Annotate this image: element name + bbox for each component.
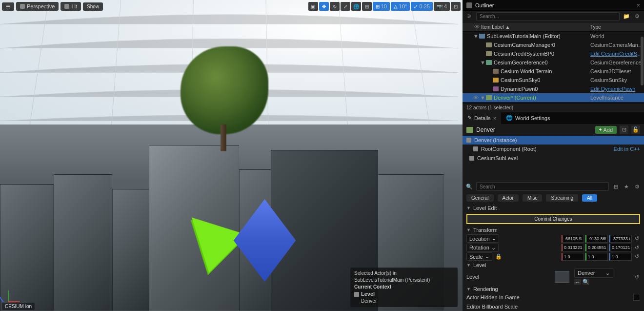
expand-toggle[interactable]: ▼: [480, 60, 486, 65]
tab-world-label: World Settings: [515, 115, 550, 121]
outliner-row[interactable]: Cesium World TerrainCesium3DTileset: [463, 67, 644, 76]
tab-details[interactable]: ✎Details×: [463, 112, 501, 124]
camera-speed-button[interactable]: 📷4: [434, 2, 450, 11]
surface-snap-button[interactable]: ⊞: [362, 2, 372, 11]
scale-tool[interactable]: ⤢: [341, 2, 350, 11]
component-cesium-row[interactable]: CesiumSubLevel: [463, 154, 644, 163]
filter-streaming[interactable]: Streaming: [546, 194, 578, 202]
tree: [181, 46, 268, 154]
tab-world-settings[interactable]: 🌐World Settings: [501, 112, 555, 124]
outliner-row[interactable]: CesiumCameraManager0CesiumCameraManage: [463, 41, 644, 49]
location-y-input[interactable]: [585, 235, 608, 243]
viewport-3d[interactable]: ☰ Perspective Lit Show ▣ ✥ ↻ ⤢ 🌐 ⊞ ⊞10 △…: [0, 0, 463, 311]
translate-tool[interactable]: ✥: [319, 2, 329, 11]
edit-cpp-link[interactable]: Edit in C++: [614, 146, 640, 152]
outliner-icon: [466, 2, 472, 8]
chevron-down-icon: ▼: [466, 263, 471, 268]
level-select-dropdown[interactable]: Denver⌄: [574, 269, 613, 278]
filter-actor[interactable]: Actor: [498, 194, 519, 202]
close-icon[interactable]: ×: [493, 115, 496, 121]
location-dropdown[interactable]: Location⌄: [466, 234, 499, 243]
lock-icon[interactable]: 🔓: [631, 125, 640, 134]
perspective-dropdown[interactable]: Perspective: [16, 2, 59, 11]
outliner-row[interactable]: ▼CesiumGeoreference0CesiumGeoreference: [463, 58, 644, 67]
outliner-row[interactable]: CesiumSunSky0CesiumSunSky: [463, 76, 644, 84]
level-thumbnail[interactable]: [555, 271, 569, 283]
expand-toggle[interactable]: ▼: [480, 95, 486, 101]
viewport-toolbar-left: ☰ Perspective Lit Show: [2, 2, 103, 11]
outliner-row[interactable]: CesiumCreditSystemBP0Edit CesiumCreditSy…: [463, 49, 644, 58]
chevron-down-icon: ⌄: [485, 253, 489, 260]
reset-icon[interactable]: ↺: [633, 253, 640, 260]
favorite-icon[interactable]: ★: [623, 183, 630, 190]
folder-add-icon[interactable]: 📁: [623, 13, 630, 21]
filter-misc[interactable]: Misc: [523, 194, 543, 202]
scrollbar-thumb[interactable]: [641, 37, 644, 85]
visibility-icon[interactable]: 👁: [473, 95, 480, 101]
outliner-tree[interactable]: ▼SubLevelsTutorialMain (Editor)WorldCesi…: [463, 32, 644, 103]
outliner-item-type[interactable]: Edit DynamicPawn: [590, 86, 644, 92]
hidden-checkbox[interactable]: [633, 294, 640, 301]
details-search-input[interactable]: [476, 182, 609, 191]
cesium-logo: CESIUM ion: [2, 303, 35, 310]
add-component-button[interactable]: +Add: [595, 126, 617, 134]
browse-icon[interactable]: ⊡: [620, 125, 628, 134]
right-panel: Outliner × ⚞ 📁 ⚙ 👁 Item Label ▲ Type ▼Su…: [463, 0, 644, 311]
viewport-menu-button[interactable]: ☰: [2, 2, 14, 11]
commit-changes-button[interactable]: Commit Changes: [466, 214, 640, 224]
grid-snap-button[interactable]: ⊞10: [373, 2, 390, 11]
show-dropdown[interactable]: Show: [83, 2, 103, 11]
settings-icon[interactable]: ⚙: [633, 183, 641, 190]
chevron-down-icon: ▼: [466, 228, 471, 232]
scale-z-input[interactable]: [609, 253, 632, 261]
component-instance-row[interactable]: Denver (Instance): [463, 136, 644, 145]
filter-general[interactable]: General: [466, 194, 494, 202]
add-label: Add: [603, 127, 613, 133]
lock-icon[interactable]: 🔒: [495, 253, 502, 260]
angle-snap-button[interactable]: △10°: [391, 2, 410, 11]
category-level-edit[interactable]: ▼Level Edit: [463, 204, 644, 212]
lit-dropdown[interactable]: Lit: [60, 2, 81, 11]
select-tool[interactable]: ▣: [308, 2, 318, 11]
reset-icon[interactable]: ↺: [633, 235, 640, 242]
location-x-input[interactable]: [562, 235, 584, 243]
rotation-y-input[interactable]: [585, 244, 608, 251]
expand-toggle[interactable]: ▼: [473, 33, 479, 39]
axis-gizmo[interactable]: [3, 287, 19, 302]
rotation-dropdown[interactable]: Rotation⌄: [466, 244, 499, 252]
outliner-row[interactable]: 👁▼Denver* (Current)LevelInstance: [463, 93, 644, 102]
type-column[interactable]: Type: [590, 24, 644, 30]
outliner-row[interactable]: DynamicPawn0Edit DynamicPawn: [463, 84, 644, 93]
coord-space-button[interactable]: 🌐: [351, 2, 361, 11]
rotation-z-input[interactable]: [609, 244, 632, 251]
globe-icon: 🌐: [506, 115, 513, 121]
grid-icon[interactable]: ⊞: [612, 183, 620, 190]
details-search-row: 🔍 ⊞ ★ ⚙: [463, 181, 644, 192]
item-label-column[interactable]: Item Label ▲: [481, 24, 590, 30]
outliner-item-type[interactable]: Edit CesiumCreditSyste: [590, 51, 644, 57]
reset-icon[interactable]: ↺: [633, 274, 640, 280]
scale-y-input[interactable]: [585, 253, 608, 261]
rotate-tool[interactable]: ↻: [330, 2, 340, 11]
viewport-maximize-button[interactable]: ⊡: [451, 2, 461, 11]
rotation-x-input[interactable]: [562, 244, 584, 251]
close-icon[interactable]: ×: [637, 2, 640, 9]
category-level[interactable]: ▼Level: [463, 261, 644, 270]
reset-icon[interactable]: ↺: [633, 245, 640, 251]
category-transform[interactable]: ▼Transform: [463, 226, 644, 234]
scale-dropdown[interactable]: Scale⌄: [466, 252, 492, 261]
scale-snap-button[interactable]: ⤢0.25: [411, 2, 432, 11]
location-z-input[interactable]: [609, 235, 632, 243]
visibility-column-icon[interactable]: 👁: [474, 24, 481, 30]
category-rendering[interactable]: ▼Rendering: [463, 285, 644, 293]
actor-name[interactable]: Denver: [476, 126, 592, 133]
outliner-search-input[interactable]: [476, 12, 620, 21]
level-prop-label: Level: [466, 274, 535, 280]
component-root-row[interactable]: RootComponent (Root)Edit in C++: [463, 145, 644, 154]
outliner-row[interactable]: ▼SubLevelsTutorialMain (Editor)World: [463, 32, 644, 41]
filter-all[interactable]: All: [582, 194, 597, 202]
filter-icon[interactable]: ⚞: [465, 13, 473, 21]
outliner-row[interactable]: Aerometrex Denver High Resolution 3D Mod…: [463, 102, 644, 103]
settings-icon[interactable]: ⚙: [633, 13, 641, 21]
scale-x-input[interactable]: [562, 253, 584, 261]
